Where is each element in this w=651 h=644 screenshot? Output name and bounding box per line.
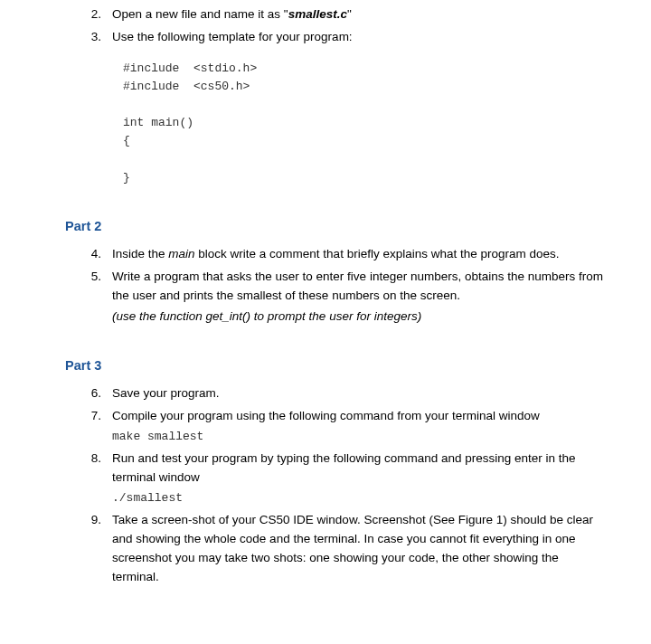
list-body: Use the following template for your prog… [112, 28, 608, 47]
list-body: Save your program. [112, 384, 608, 403]
list-body: Open a new file and name it as "smallest… [112, 5, 608, 24]
list-body: Run and test your program by typing the … [112, 450, 608, 507]
command: ./smallest [112, 489, 608, 507]
item-text: Write a program that asks the user to en… [112, 268, 608, 306]
list-number: 5. [87, 268, 112, 327]
item-text: Compile your program using the following… [112, 407, 608, 426]
text-suffix: block write a comment that briefly expla… [195, 247, 560, 260]
text-prefix: Inside the [112, 247, 168, 260]
item-text: Run and test your program by typing the … [112, 450, 608, 488]
list-item: 4. Inside the main block write a comment… [87, 245, 608, 264]
item-hint: (use the function get_int() to prompt th… [112, 308, 608, 327]
list-item: 2. Open a new file and name it as "small… [87, 5, 608, 24]
part3-heading: Part 3 [65, 355, 608, 375]
filename: smallest.c [288, 7, 347, 21]
text-prefix: Open a new file and name it as " [112, 7, 288, 21]
em-text: main [168, 247, 194, 260]
command: make smallest [112, 428, 608, 446]
list-number: 7. [87, 407, 112, 446]
code-template: #include <stdio.h> #include <cs50.h> int… [123, 60, 608, 187]
text-suffix: " [347, 7, 352, 21]
list-number: 2. [87, 5, 112, 24]
list-body: Inside the main block write a comment th… [112, 245, 608, 264]
list-number: 8. [87, 450, 112, 507]
list-item: 3. Use the following template for your p… [87, 28, 608, 47]
list-number: 9. [87, 511, 112, 587]
list-item: 8. Run and test your program by typing t… [87, 450, 608, 507]
list-item: 9. Take a screen-shot of your CS50 IDE w… [87, 511, 608, 587]
part2-heading: Part 2 [65, 216, 608, 236]
list-number: 4. [87, 245, 112, 264]
list-body: Compile your program using the following… [112, 407, 608, 446]
list-item: 7. Compile your program using the follow… [87, 407, 608, 446]
list-number: 6. [87, 384, 112, 403]
list-item: 5. Write a program that asks the user to… [87, 268, 608, 327]
list-item: 6. Save your program. [87, 384, 608, 403]
list-number: 3. [87, 28, 112, 47]
list-body: Take a screen-shot of your CS50 IDE wind… [112, 511, 608, 587]
list-body: Write a program that asks the user to en… [112, 268, 608, 327]
